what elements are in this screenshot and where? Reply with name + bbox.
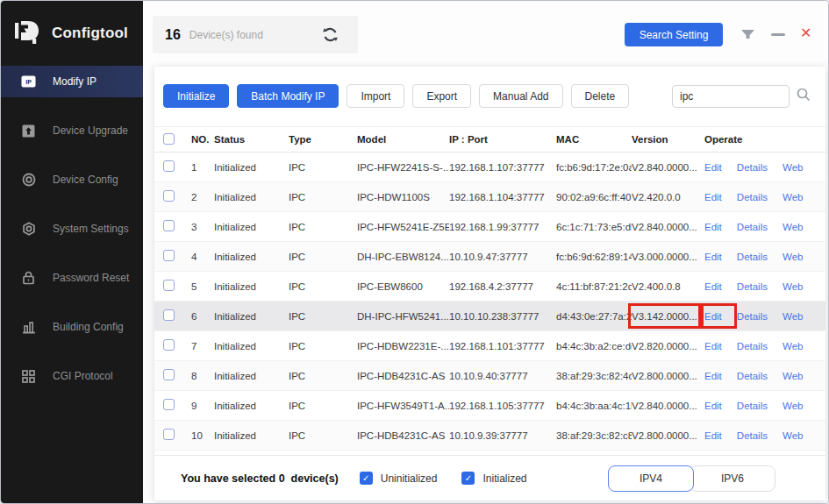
edit-link[interactable]: Edit	[704, 222, 722, 232]
table-row[interactable]: 9 Initialized IPC IPC-HFW3549T1-A... 192…	[154, 391, 825, 421]
svg-text:IP: IP	[25, 79, 32, 85]
device-count: 16	[165, 27, 181, 43]
sidebar-item-modify-ip[interactable]: IP Modify IP	[1, 66, 143, 97]
device-upgrade-icon	[21, 124, 36, 138]
sidebar-item-device-upgrade[interactable]: Device Upgrade	[1, 115, 143, 146]
table-row[interactable]: 1 Initialized IPC IPC-HFW2241S-S-... 192…	[154, 153, 825, 182]
row-checkbox[interactable]	[163, 280, 175, 291]
refresh-icon[interactable]	[322, 26, 339, 43]
edit-link[interactable]: Edit	[704, 311, 722, 322]
row-version: V3.142.0000...	[632, 311, 700, 322]
row-checkbox[interactable]	[163, 190, 175, 202]
sidebar-item-label: Device Upgrade	[53, 124, 128, 137]
main-area: 16 Device(s) found Search Setting ✕ Init…	[143, 1, 828, 503]
export-button[interactable]: Export	[412, 84, 471, 108]
batch-modify-ip-button[interactable]: Batch Modify IP	[237, 84, 339, 108]
row-checkbox[interactable]	[163, 309, 175, 321]
web-link[interactable]: Web	[783, 371, 803, 381]
row-type: IPC	[289, 311, 357, 322]
sidebar-item-building-config[interactable]: Building Config	[1, 311, 143, 343]
row-checkbox[interactable]	[163, 339, 175, 351]
uninitialized-checkbox[interactable]: ✓	[360, 472, 373, 485]
row-number: 4	[183, 252, 214, 262]
import-button[interactable]: Import	[347, 84, 404, 108]
web-link[interactable]: Web	[783, 162, 803, 173]
table-row[interactable]: 5 Initialized IPC IPC-EBW8600 192.168.4.…	[154, 272, 825, 302]
row-model: DH-IPC-EBW8124...	[357, 252, 449, 262]
edit-link[interactable]: Edit	[704, 162, 722, 173]
web-link[interactable]: Web	[783, 341, 803, 351]
details-link[interactable]: Details	[737, 371, 768, 381]
edit-link[interactable]: Edit	[704, 281, 722, 292]
select-all-checkbox[interactable]	[163, 133, 175, 145]
edit-link[interactable]: Edit	[704, 430, 722, 441]
row-checkbox[interactable]	[163, 399, 175, 410]
ipv4-tab[interactable]: IPV4	[608, 465, 694, 492]
table-row[interactable]: 4 Initialized IPC DH-IPC-EBW8124... 10.1…	[154, 242, 825, 272]
row-type: IPC	[289, 371, 357, 381]
row-model: IPC-HFW3549T1-A...	[357, 401, 449, 411]
sidebar-item-password-reset[interactable]: Password Reset	[1, 262, 143, 294]
row-status: Initialized	[214, 162, 289, 173]
app-name: Configtool	[52, 25, 128, 42]
row-mac: 38:af:29:3c:82:4d	[556, 371, 632, 381]
minimize-icon[interactable]	[771, 33, 785, 36]
search-setting-button[interactable]: Search Setting	[625, 23, 723, 46]
ipv6-tab[interactable]: IPV6	[690, 465, 775, 492]
search-icon[interactable]	[796, 87, 811, 106]
sidebar-item-device-config[interactable]: Device Config	[1, 164, 143, 195]
search-input[interactable]	[672, 85, 790, 108]
details-link[interactable]: Details	[737, 192, 768, 202]
row-checkbox[interactable]	[163, 160, 175, 172]
initialized-checkbox[interactable]: ✓	[461, 472, 475, 485]
row-checkbox[interactable]	[163, 369, 175, 380]
web-link[interactable]: Web	[783, 430, 803, 441]
modify-ip-icon: IP	[21, 75, 36, 89]
initialize-button[interactable]: Initialize	[163, 84, 229, 108]
row-status: Initialized	[214, 401, 289, 411]
device-config-icon	[21, 173, 36, 188]
edit-link[interactable]: Edit	[704, 192, 722, 202]
sidebar-item-cgi-protocol[interactable]: CGI Protocol	[1, 360, 143, 392]
row-checkbox[interactable]	[163, 250, 175, 261]
row-ip-port: 192.168.4.2:37777	[449, 281, 556, 292]
manual-add-button[interactable]: Manual Add	[479, 84, 562, 108]
sidebar-item-label: Modify IP	[53, 75, 96, 88]
edit-link[interactable]: Edit	[704, 371, 722, 381]
details-link[interactable]: Details	[737, 252, 768, 262]
row-mac: 38:af:29:3c:82:c8	[556, 430, 632, 441]
web-link[interactable]: Web	[783, 311, 803, 322]
web-link[interactable]: Web	[783, 401, 803, 411]
web-link[interactable]: Web	[783, 222, 803, 232]
details-link[interactable]: Details	[737, 281, 768, 292]
table-row[interactable]: 2 Initialized IPC IPC-HDW1100S 192.168.1…	[154, 182, 825, 212]
table-row[interactable]: 7 Initialized IPC IPC-HDBW2231E-... 192.…	[154, 331, 825, 361]
row-checkbox[interactable]	[163, 220, 175, 231]
web-link[interactable]: Web	[783, 281, 803, 292]
details-link[interactable]: Details	[737, 311, 768, 322]
web-link[interactable]: Web	[783, 252, 803, 262]
row-checkbox[interactable]	[163, 429, 175, 440]
row-mac: fc:b6:9d:17:2e:0a	[556, 162, 632, 173]
sidebar-item-system-settings[interactable]: System Settings	[1, 213, 143, 245]
web-link[interactable]: Web	[783, 192, 803, 202]
edit-link[interactable]: Edit	[704, 401, 722, 411]
table-row[interactable]: 6 Initialized IPC DH-IPC-HFW5241... 10.1…	[154, 302, 825, 331]
row-ip-port: 192.168.1.107:37777	[449, 162, 556, 173]
table-row[interactable]: 8 Initialized IPC IPC-HDB4231C-AS 10.10.…	[154, 361, 825, 391]
details-link[interactable]: Details	[737, 162, 768, 173]
delete-button[interactable]: Delete	[571, 84, 630, 108]
edit-link[interactable]: Edit	[704, 341, 722, 351]
details-link[interactable]: Details	[737, 430, 768, 441]
details-link[interactable]: Details	[737, 222, 768, 232]
edit-link[interactable]: Edit	[704, 252, 722, 262]
filter-dropdown-icon[interactable]	[740, 28, 755, 44]
row-status: Initialized	[214, 430, 289, 441]
table-row[interactable]: 10 Initialized IPC IPC-HDB4231C-AS 10.10…	[154, 421, 825, 451]
details-link[interactable]: Details	[737, 401, 768, 411]
building-config-chart-icon	[21, 320, 36, 335]
table-header: NO. Status Type Model IP : Port MAC Vers…	[154, 126, 825, 153]
details-link[interactable]: Details	[737, 341, 768, 351]
table-row[interactable]: 3 Initialized IPC IPC-HFW5241E-Z5E 192.1…	[154, 212, 825, 242]
close-icon[interactable]: ✕	[800, 25, 811, 41]
